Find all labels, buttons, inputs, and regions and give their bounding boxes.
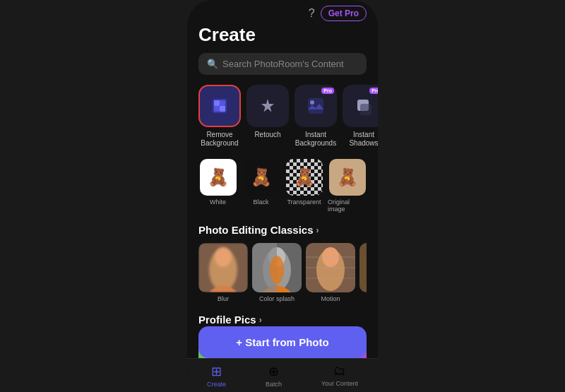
bottom-nav: ⊞ Create ⊕ Batch 🗂 Your Content [187, 358, 378, 392]
svg-point-12 [215, 247, 232, 267]
tool-instant-shadows[interactable]: Pro Instant Shadows [343, 85, 378, 148]
remove-bg-icon [210, 96, 230, 116]
pro-badge-instant-bg: Pro [321, 88, 334, 94]
svg-marker-5 [261, 99, 274, 112]
bg-label-black: Black [253, 198, 268, 206]
tool-retouch-label: Retouch [254, 131, 280, 139]
bg-samples-row: 🧸 White 🧸 Black 🧸 Transparent 🧸 [198, 159, 367, 213]
svg-rect-3 [214, 106, 220, 112]
svg-point-17 [270, 256, 284, 284]
motion-svg [306, 243, 355, 292]
bg-label-original: Original image [328, 198, 367, 213]
bg-sample-original[interactable]: 🧸 Original image [328, 159, 367, 213]
profile-title: Profile Pics [198, 314, 256, 326]
search-icon: 🔍 [207, 59, 218, 69]
svg-rect-9 [360, 104, 371, 115]
tool-remove-background[interactable]: RemoveBackground [198, 85, 241, 148]
tool-remove-bg-icon-box [198, 85, 241, 127]
classic-extra[interactable]: L [359, 243, 367, 302]
status-bar: ? Get Pro [187, 0, 378, 24]
tool-instant-bg-label: InstantBackgrounds [295, 131, 336, 148]
svg-rect-6 [308, 98, 323, 114]
classics-title: Photo Editing Classics [198, 224, 314, 236]
color-splash-svg [252, 243, 302, 292]
tool-instant-backgrounds[interactable]: Pro InstantBackgrounds [295, 85, 337, 148]
tool-retouch[interactable]: Retouch [246, 85, 289, 148]
classic-motion-thumb [306, 243, 355, 292]
instant-bg-icon [307, 97, 325, 115]
bear-black: 🧸 [251, 167, 272, 187]
tool-instant-shadows-label: Instant Shadows [343, 131, 378, 148]
classics-chevron-icon: › [316, 225, 319, 235]
tool-retouch-icon-box [246, 85, 289, 127]
search-bar[interactable]: 🔍 Search PhotoRoom's Content [198, 53, 367, 75]
bg-thumb-black: 🧸 [243, 159, 280, 196]
svg-rect-4 [220, 106, 225, 112]
classic-blur-label: Blur [218, 295, 229, 302]
classic-color-splash-label: Color splash [259, 295, 295, 302]
bg-label-transparent: Transparent [287, 198, 321, 206]
create-nav-label: Create [207, 381, 226, 388]
extra-svg [359, 243, 367, 292]
pro-badge-shadows: Pro [369, 88, 378, 94]
classic-color-splash-thumb [252, 243, 302, 292]
svg-rect-24 [359, 243, 367, 292]
retouch-icon [258, 97, 277, 115]
phone-frame: ? Get Pro Create 🔍 Search PhotoRoom's Co… [187, 0, 378, 392]
bg-sample-black[interactable]: 🧸 Black [242, 159, 280, 213]
tool-instant-bg-icon-box: Pro [295, 85, 337, 127]
classic-motion-label: Motion [321, 295, 340, 302]
batch-nav-icon: ⊕ [268, 364, 279, 379]
your-content-nav-label: Your Content [321, 380, 358, 387]
tool-instant-shadows-icon-box: Pro [343, 85, 378, 127]
bg-thumb-white: 🧸 [200, 159, 237, 196]
svg-point-7 [310, 100, 314, 105]
classic-color-splash[interactable]: Color splash [252, 243, 302, 302]
bear-original: 🧸 [337, 167, 358, 187]
classic-blur-thumb [198, 243, 248, 292]
classics-row: Blur Color splash [198, 243, 367, 302]
classic-extra-thumb [359, 243, 367, 292]
profile-chevron-icon: › [259, 315, 262, 325]
get-pro-button[interactable]: Get Pro [321, 6, 367, 21]
tool-remove-bg-label: RemoveBackground [201, 131, 238, 148]
start-from-photo-label: + Start from Photo [236, 336, 328, 348]
bg-sample-transparent[interactable]: 🧸 Transparent [285, 159, 323, 213]
nav-your-content[interactable]: 🗂 Your Content [321, 364, 358, 387]
start-from-photo-button[interactable]: + Start from Photo [198, 326, 367, 358]
search-placeholder: Search PhotoRoom's Content [222, 59, 344, 69]
profile-section-heading[interactable]: Profile Pics › [198, 314, 367, 326]
create-nav-icon: ⊞ [211, 364, 222, 379]
bear-white: 🧸 [208, 167, 229, 187]
blur-image [198, 243, 248, 292]
tools-row: RemoveBackground Retouch Pro [198, 85, 367, 148]
bg-thumb-transparent: 🧸 [286, 159, 323, 196]
instant-shadows-icon [355, 97, 373, 115]
batch-nav-label: Batch [266, 381, 282, 388]
classic-motion[interactable]: Motion [306, 243, 355, 302]
bg-thumb-original: 🧸 [329, 159, 366, 196]
bear-transparent: 🧸 [294, 167, 315, 187]
classics-section-heading[interactable]: Photo Editing Classics › [198, 224, 367, 236]
svg-rect-1 [214, 100, 220, 106]
nav-create[interactable]: ⊞ Create [207, 364, 226, 388]
svg-rect-2 [220, 100, 225, 106]
classic-blur[interactable]: Blur [198, 243, 248, 302]
page-title: Create [198, 24, 367, 46]
bg-sample-white[interactable]: 🧸 White [198, 159, 237, 213]
your-content-nav-icon: 🗂 [333, 364, 346, 379]
blur-svg [198, 243, 248, 292]
bg-label-white: White [210, 198, 226, 206]
help-icon[interactable]: ? [309, 7, 315, 20]
nav-batch[interactable]: ⊕ Batch [266, 364, 282, 388]
